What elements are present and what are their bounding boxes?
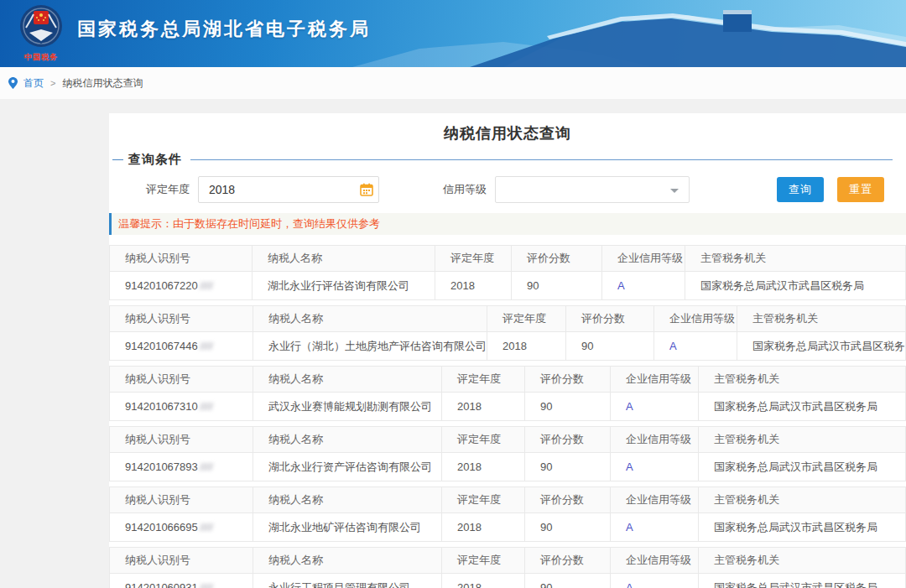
grade-link[interactable]: A	[626, 581, 633, 588]
table-row: 914201067893////// 湖北永业行资产评估咨询有限公司 2018 …	[110, 453, 905, 481]
page-title: 纳税信用状态查询	[109, 123, 906, 143]
grade-link[interactable]: A	[626, 461, 633, 473]
assessment-year-input[interactable]	[198, 176, 379, 203]
grade-cell: A	[611, 513, 699, 541]
table-header-row: 纳税人识别号 纳税人名称 评定年度 评价分数 企业信用等级 主管税务机关	[110, 246, 905, 272]
col-header-authority: 主管税务机关	[699, 487, 905, 513]
national-emblem-icon	[19, 4, 63, 48]
score-cell: 90	[525, 393, 611, 420]
credit-grade-label: 信用等级	[443, 182, 487, 197]
taxpayer-id-visible: 914201067220	[125, 279, 198, 292]
year-cell: 2018	[435, 272, 512, 299]
taxpayer-name-cell: 湖北永业地矿评估咨询有限公司	[253, 513, 442, 541]
query-button[interactable]: 查询	[777, 177, 824, 202]
page-body: 纳税信用状态查询 查询条件 评定年度	[0, 99, 906, 588]
table-row: 914201067220////// 湖北永业行评估咨询有限公司 2018 90…	[110, 272, 905, 299]
col-header-score: 评价分数	[525, 427, 611, 452]
taxpayer-id-visible: 914201060931	[125, 581, 198, 588]
col-header-score: 评价分数	[512, 246, 602, 271]
year-field-wrapper	[198, 176, 379, 203]
authority-cell: 国家税务总局武汉市武昌区税务局	[685, 272, 905, 299]
taxpayer-name-cell: 湖北永业行评估咨询有限公司	[253, 272, 435, 299]
taxpayer-id-visible: 914201066695	[125, 521, 198, 533]
table-header-row: 纳税人识别号 纳税人名称 评定年度 评价分数 企业信用等级 主管税务机关	[110, 306, 905, 332]
site-title: 国家税务总局湖北省电子税务局	[77, 17, 371, 42]
col-header-year: 评定年度	[487, 306, 566, 331]
col-header-grade: 企业信用等级	[611, 548, 699, 573]
col-header-taxpayer-name: 纳税人名称	[253, 367, 442, 392]
year-label: 评定年度	[146, 182, 190, 197]
taxpayer-name-cell: 永业行（湖北）土地房地产评估咨询有限公司	[253, 332, 487, 360]
breadcrumb-home-link[interactable]: 首页	[23, 76, 44, 91]
authority-cell: 国家税务总局武汉市武昌区税务局	[699, 513, 905, 541]
taxpayer-id-cell: 914201067893//////	[110, 453, 253, 481]
table-header-row: 纳税人识别号 纳税人名称 评定年度 评价分数 企业信用等级 主管税务机关	[110, 427, 905, 453]
col-header-authority: 主管税务机关	[699, 367, 905, 392]
credit-grade-select[interactable]	[495, 176, 690, 203]
taxpayer-id-cell: 914201066695//////	[110, 513, 253, 541]
table-row: 914201060931////// 永业行工程项目管理有限公司 2018 90…	[110, 574, 905, 588]
logo-caption: 中国税务	[17, 52, 65, 63]
col-header-authority: 主管税务机关	[685, 246, 905, 271]
col-header-grade: 企业信用等级	[611, 427, 699, 452]
col-header-grade: 企业信用等级	[611, 487, 699, 513]
taxpayer-name-cell: 武汉永业赛博能规划勘测有限公司	[253, 393, 442, 420]
reset-button[interactable]: 重置	[837, 177, 884, 202]
authority-cell: 国家税务总局武汉市武昌区税务局	[699, 574, 905, 588]
table-row: 914201067446////// 永业行（湖北）土地房地产评估咨询有限公司 …	[110, 332, 905, 360]
grade-cell: A	[611, 574, 699, 588]
taxpayer-id-cell: 914201067310//////	[110, 393, 253, 420]
query-conditions-section-header: 查询条件	[112, 152, 893, 168]
year-cell: 2018	[442, 574, 525, 588]
top-banner: 中国税务 国家税务总局湖北省电子税务局	[0, 0, 906, 67]
taxpayer-id-masked: //////	[200, 521, 213, 533]
taxpayer-name-cell: 湖北永业行资产评估咨询有限公司	[253, 453, 442, 481]
score-cell: 90	[525, 574, 611, 588]
col-header-grade: 企业信用等级	[611, 367, 699, 392]
tax-bureau-logo: 中国税务	[17, 4, 65, 63]
legend-line	[190, 159, 893, 160]
score-cell: 90	[525, 513, 611, 541]
results-tables: 纳税人识别号 纳税人名称 评定年度 评价分数 企业信用等级 主管税务机关 914…	[109, 245, 906, 588]
taxpayer-id-cell: 914201060931//////	[110, 574, 253, 588]
col-header-taxpayer-name: 纳税人名称	[253, 306, 487, 331]
col-header-authority: 主管税务机关	[737, 306, 905, 331]
col-header-taxpayer-id: 纳税人识别号	[110, 246, 253, 271]
chevron-down-icon	[670, 189, 679, 193]
breadcrumb-current: 纳税信用状态查询	[62, 76, 143, 91]
grade-cell: A	[654, 332, 737, 360]
result-table: 纳税人识别号 纳税人名称 评定年度 评价分数 企业信用等级 主管税务机关 914…	[109, 245, 906, 300]
grade-link[interactable]: A	[669, 340, 677, 352]
authority-cell: 国家税务总局武汉市武昌区税务局	[699, 453, 905, 481]
col-header-score: 评价分数	[566, 306, 654, 331]
content-card: 纳税信用状态查询 查询条件 评定年度	[109, 113, 906, 588]
col-header-score: 评价分数	[525, 487, 611, 513]
result-table: 纳税人识别号 纳税人名称 评定年度 评价分数 企业信用等级 主管税务机关 914…	[109, 487, 906, 542]
section-title: 查询条件	[128, 152, 182, 168]
col-header-year: 评定年度	[442, 367, 525, 392]
col-header-taxpayer-id: 纳税人识别号	[110, 367, 253, 392]
authority-cell: 国家税务总局武汉市武昌区税务局	[699, 393, 905, 420]
breadcrumb-separator: >	[50, 78, 55, 88]
col-header-taxpayer-id: 纳税人识别号	[110, 306, 253, 331]
col-header-taxpayer-name: 纳税人名称	[253, 427, 442, 452]
col-header-score: 评价分数	[525, 367, 611, 392]
taxpayer-id-masked: //////	[200, 461, 213, 473]
col-header-taxpayer-name: 纳税人名称	[253, 246, 435, 271]
taxpayer-id-masked: //////	[200, 581, 213, 588]
grade-cell: A	[602, 272, 685, 299]
grade-link[interactable]: A	[617, 279, 625, 292]
result-table: 纳税人识别号 纳税人名称 评定年度 评价分数 企业信用等级 主管税务机关 914…	[109, 366, 906, 421]
taxpayer-id-cell: 914201067220//////	[110, 272, 253, 299]
tip-bar: 温馨提示：由于数据存在时间延时，查询结果仅供参考	[109, 213, 906, 235]
location-pin-icon	[8, 77, 18, 89]
grade-link[interactable]: A	[626, 400, 633, 413]
score-cell: 90	[566, 332, 654, 360]
year-cell: 2018	[442, 513, 525, 541]
grade-link[interactable]: A	[626, 521, 633, 533]
taxpayer-id-visible: 914201067446	[125, 340, 198, 352]
calendar-icon[interactable]	[360, 183, 373, 196]
taxpayer-id-visible: 914201067893	[125, 461, 198, 473]
col-header-taxpayer-id: 纳税人识别号	[110, 427, 253, 452]
col-header-year: 评定年度	[442, 427, 525, 452]
